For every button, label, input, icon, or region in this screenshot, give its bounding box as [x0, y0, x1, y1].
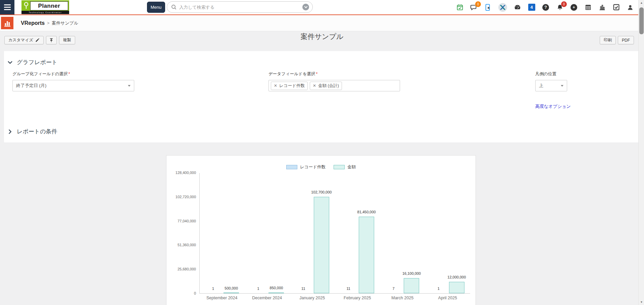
duplicate-button[interactable]: 複製: [59, 36, 75, 44]
chart-category-column: 716,100,000: [380, 173, 425, 293]
reports-chart-icon[interactable]: [598, 4, 606, 11]
user-icon[interactable]: [627, 4, 634, 11]
notifications-badge: 0: [561, 1, 567, 7]
toolbar-left: カスタマイズ 複製: [4, 36, 75, 44]
legend-position-label: 凡例の位置: [535, 71, 556, 77]
bar-slot: 81,450,000: [357, 173, 376, 293]
workspace-tile-icon[interactable]: 4: [528, 4, 535, 11]
tasks-check-icon[interactable]: [612, 4, 620, 11]
breadcrumb-bar: VReports > 案件サンプル: [0, 15, 644, 31]
breadcrumb-page: 案件サンプル: [52, 20, 78, 26]
bar-value-label: 1: [438, 287, 440, 291]
chart-bar: [268, 293, 284, 293]
chat-icon[interactable]: 0: [470, 4, 478, 11]
search-box: [167, 1, 313, 13]
chart-legend: レコード件数金額: [166, 164, 476, 170]
chart-category-column: 112,000,000: [425, 173, 470, 293]
calendar-check-icon[interactable]: [456, 4, 463, 11]
bar-slot: 1: [204, 173, 222, 293]
legend-swatch: [334, 165, 345, 169]
legend-label: レコード件数: [300, 164, 326, 170]
help-icon[interactable]: ?: [542, 4, 549, 11]
x-axis-category-label: April 2025: [425, 296, 470, 300]
chat-badge: 0: [475, 1, 481, 7]
bar-slot: 11: [294, 173, 312, 293]
logo-subtitle: Technology Coordinator: [21, 11, 69, 14]
toolbar-right: 印刷 PDF: [600, 36, 634, 44]
chart-bar: [314, 197, 329, 293]
vertical-scrollbar[interactable]: ▲ ▼: [638, 0, 644, 305]
x-axis-category-label: January 2025: [290, 296, 335, 300]
dashboard-gauge-icon[interactable]: [514, 4, 521, 11]
bar-value-label: 81,450,000: [357, 210, 376, 214]
x-axis: September 2024December 2024January 2025F…: [199, 296, 470, 300]
menu-button[interactable]: Menu: [147, 2, 165, 13]
legend-position-select[interactable]: 上: [535, 80, 567, 91]
chevron-right-icon: [7, 129, 13, 134]
legend-label: 金額: [347, 164, 356, 170]
customize-button[interactable]: カスタマイズ: [4, 36, 44, 44]
y-axis-tick-label: 128,400,000: [176, 171, 196, 175]
breadcrumb: VReports > 案件サンプル: [21, 15, 78, 31]
bar-slot: 850,000: [267, 173, 285, 293]
notifications-bell-icon[interactable]: 0: [556, 4, 563, 11]
caret-down-icon: [128, 85, 131, 87]
pin-button[interactable]: [46, 36, 57, 44]
bar-value-label: 16,100,000: [402, 271, 421, 275]
data-field-input[interactable]: ✕ レコード件数 ✕ 金額 (合計): [268, 80, 400, 91]
logo-pin-icon: [23, 2, 29, 10]
required-asterisk: *: [68, 72, 70, 76]
vreports-module-icon[interactable]: [1, 17, 13, 29]
chart-category-column: 1500,000: [200, 173, 245, 293]
legend-item: 金額: [334, 164, 356, 170]
y-axis-tick-label: 25,680,000: [178, 267, 196, 271]
scroll-up-arrow[interactable]: ▲: [639, 0, 644, 6]
hamburger-menu-button[interactable]: [0, 0, 14, 14]
top-navbar: Planner Technology Coordinator Menu 0 4: [0, 0, 644, 15]
chart-bar: [224, 293, 239, 293]
x-axis-category-label: February 2025: [335, 296, 380, 300]
app-logo[interactable]: Planner Technology Coordinator: [21, 0, 69, 14]
data-field-tag: ✕ 金額 (合計): [310, 82, 342, 90]
tag-remove-icon[interactable]: ✕: [313, 84, 316, 88]
mobile-share-icon[interactable]: [484, 4, 492, 11]
report-conditions-section-header[interactable]: レポートの条件: [7, 128, 57, 135]
bar-value-label: 11: [346, 287, 350, 291]
bar-slot: 1: [249, 173, 267, 293]
x-axis-category-label: September 2024: [199, 296, 245, 300]
scroll-down-arrow[interactable]: ▼: [639, 299, 644, 305]
chevron-down-icon: [304, 5, 307, 8]
breadcrumb-app-link[interactable]: VReports: [21, 20, 45, 26]
bar-value-label: 7: [392, 287, 394, 291]
report-conditions-title: レポートの条件: [17, 128, 57, 135]
group-field-select[interactable]: 終了予定日 (月): [12, 80, 134, 91]
bar-value-label: 12,000,000: [447, 275, 466, 279]
tag-remove-icon[interactable]: ✕: [274, 84, 277, 88]
x-axis-category-label: December 2024: [245, 296, 290, 300]
tag-label: 金額 (合計): [318, 83, 339, 89]
data-field-tag: ✕ レコード件数: [271, 82, 308, 90]
legend-item: レコード件数: [286, 164, 326, 170]
x-axis-category-label: March 2025: [380, 296, 425, 300]
y-axis: 128,400,000102,720,00077,040,00051,360,0…: [166, 173, 196, 294]
search-scope-dropdown[interactable]: [302, 4, 309, 10]
graph-report-card: グラフレポート グループ化フィールドの選択* 終了予定日 (月) データフィール…: [4, 51, 638, 142]
legend-position-value: 上: [539, 83, 543, 89]
search-input[interactable]: [179, 5, 302, 10]
add-icon[interactable]: +: [570, 4, 578, 11]
calendar-icon[interactable]: [584, 4, 592, 11]
graph-report-section-header[interactable]: グラフレポート: [7, 58, 57, 66]
y-axis-tick-label: 102,720,000: [176, 195, 196, 199]
breadcrumb-separator: >: [47, 21, 49, 26]
pdf-button[interactable]: PDF: [618, 36, 634, 44]
advanced-options-link[interactable]: 高度なオプション: [535, 103, 571, 110]
bar-slot: 7: [384, 173, 402, 293]
bar-value-label: 1: [212, 287, 214, 291]
print-button[interactable]: 印刷: [600, 36, 616, 44]
scrollbar-thumb[interactable]: [639, 7, 644, 34]
bar-value-label: 102,700,000: [311, 190, 332, 194]
chart-bar: [404, 278, 419, 293]
x-logo-icon[interactable]: [498, 3, 507, 12]
graph-report-section-title: グラフレポート: [17, 58, 57, 66]
workspace-number: 4: [528, 4, 535, 11]
